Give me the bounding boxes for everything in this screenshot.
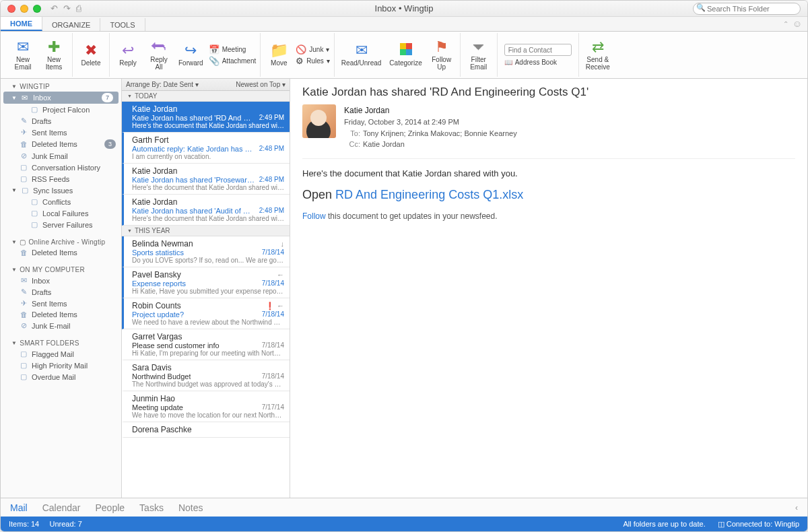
arrange-by[interactable]: Arrange By: Date Sent: [126, 81, 193, 88]
folder-conversation-history[interactable]: ▢Conversation History: [1, 162, 121, 173]
folder-search-input[interactable]: [693, 3, 801, 15]
message-item[interactable]: Junmin Hao Meeting update7/17/14 We have…: [122, 391, 290, 422]
filter-icon: ⏷: [471, 40, 486, 55]
message-subject: Automatic reply: Katie Jordan has shared…: [132, 145, 255, 153]
sort-order[interactable]: Newest on Top: [236, 81, 280, 88]
reply-button[interactable]: ↩Reply: [114, 42, 142, 68]
sender-name: Katie Jordan: [344, 104, 517, 117]
nav-calendar[interactable]: Calendar: [42, 502, 81, 513]
junk-button[interactable]: 🚫Junk ▾: [296, 44, 330, 55]
trash-icon: 🗑: [20, 310, 28, 319]
message-indicator-icon: ❗ ←: [265, 302, 284, 310]
categorize-button[interactable]: Categorize: [386, 42, 424, 68]
feedback-icon[interactable]: ☺: [793, 18, 802, 29]
nav-people[interactable]: People: [96, 502, 125, 513]
junk-icon: 🚫: [296, 44, 306, 55]
attachment-button[interactable]: 📎Attachment: [209, 56, 257, 66]
move-button[interactable]: 📁Move: [265, 42, 293, 68]
folder-omc-inbox[interactable]: ✉Inbox: [1, 275, 121, 286]
folder-omc-junk[interactable]: ⊘Junk E-mail: [1, 320, 121, 331]
folder-omc-deleted[interactable]: 🗑Deleted Items: [1, 309, 121, 320]
close-window-button[interactable]: [7, 5, 15, 13]
nav-expand-icon[interactable]: ‹: [795, 503, 798, 512]
nav-notes[interactable]: Notes: [178, 502, 203, 513]
new-items-button[interactable]: ✚New Items: [40, 38, 68, 72]
message-time: 7/18/14: [258, 279, 284, 288]
forward-button[interactable]: ↪Forward: [176, 42, 206, 68]
message-item[interactable]: Garret Vargas Please send customer info7…: [122, 329, 290, 360]
arrange-bar[interactable]: Arrange By: Date Sent▾ Newest on Top ▾: [122, 79, 290, 91]
message-item[interactable]: Katie Jordan Katie Jordan has shared 'RD…: [122, 102, 290, 133]
trash-icon: 🗑: [20, 248, 28, 257]
folder-archive-deleted[interactable]: 🗑Deleted Items: [1, 247, 121, 258]
folder-rss[interactable]: ▢RSS Feeds: [1, 173, 121, 185]
online-archive-header[interactable]: ▼▢Online Archive - Wingtip: [1, 236, 121, 247]
folder-icon: ▢: [30, 209, 38, 218]
smart-folders-header[interactable]: ▼SMART FOLDERS: [1, 337, 121, 348]
message-sender: Robin Counts: [132, 301, 181, 310]
follow-link[interactable]: Follow: [302, 211, 326, 221]
address-book-button[interactable]: 📖Address Book: [504, 59, 572, 66]
nav-tasks[interactable]: Tasks: [139, 502, 164, 513]
message-item[interactable]: Garth Fort Automatic reply: Katie Jordan…: [122, 133, 290, 164]
reply-all-button[interactable]: ⮪Reply All: [145, 38, 173, 72]
folder-sync-issues[interactable]: ▼▢Sync Issues: [1, 185, 121, 196]
folder-local-failures[interactable]: ▢Local Failures: [1, 207, 121, 219]
message-time: 7/18/14: [258, 372, 284, 380]
folder-junk[interactable]: ⊘Junk Email: [1, 150, 121, 162]
folder-project-falcon[interactable]: ▢Project Falcon: [1, 104, 121, 115]
message-time: 7/18/14: [258, 248, 284, 257]
redo-icon[interactable]: ↷: [63, 3, 71, 13]
message-item[interactable]: Katie Jordan Katie Jordan has shared 'Pr…: [122, 164, 290, 195]
folder-conflicts[interactable]: ▢Conflicts: [1, 196, 121, 207]
folder-overdue-mail[interactable]: ▢Overdue Mail: [1, 371, 121, 383]
folder-sent[interactable]: ✈Sent Items: [1, 127, 121, 138]
zoom-window-button[interactable]: [33, 5, 41, 13]
send-receive-button[interactable]: ⇄Send & Receive: [583, 38, 613, 72]
message-item[interactable]: Katie Jordan Katie Jordan has shared 'Au…: [122, 195, 290, 226]
message-item[interactable]: Sara Davis Northwind Budget7/18/14 The N…: [122, 360, 290, 391]
message-item[interactable]: Pavel Bansky Expense reports7/18/14 Hi K…: [122, 267, 290, 298]
folder-high-priority[interactable]: ▢High Priority Mail: [1, 360, 121, 371]
message-subject: Meeting update: [132, 403, 183, 411]
message-item[interactable]: Dorena Paschke: [122, 422, 290, 438]
collapse-ribbon-icon[interactable]: ⌃: [783, 20, 788, 28]
chevron-down-icon: ▾: [282, 81, 285, 88]
tab-organize[interactable]: ORGANIZE: [42, 18, 100, 31]
sender-avatar[interactable]: [302, 104, 336, 138]
folder-server-failures[interactable]: ▢Server Failures: [1, 219, 121, 230]
group-header-today[interactable]: ▼TODAY: [122, 91, 290, 102]
folder-icon: ▢: [21, 186, 29, 195]
print-icon[interactable]: ⎙: [76, 3, 81, 13]
message-item[interactable]: Robin Counts Project update?7/18/14 We n…: [122, 298, 290, 329]
chevron-down-icon: ▾: [195, 81, 199, 88]
folder-drafts[interactable]: ✎Drafts: [1, 115, 121, 127]
document-link[interactable]: RD And Engineering Costs Q1.xlsx: [335, 188, 523, 201]
rules-button[interactable]: ⚙Rules ▾: [296, 56, 330, 66]
folder-flagged-mail[interactable]: ▢Flagged Mail: [1, 348, 121, 360]
new-email-button[interactable]: ✉︎New Email: [9, 38, 37, 72]
group-header-this-year[interactable]: ▼THIS YEAR: [122, 226, 290, 236]
cc-label: Cc:: [344, 139, 360, 150]
folder-omc-drafts[interactable]: ✎Drafts: [1, 286, 121, 298]
search-icon: 🔍: [696, 3, 706, 12]
rules-icon: ⚙: [296, 56, 304, 66]
folder-omc-sent[interactable]: ✈Sent Items: [1, 298, 121, 309]
nav-mail[interactable]: Mail: [10, 502, 28, 513]
find-contact-input[interactable]: [504, 44, 572, 56]
folder-deleted[interactable]: 🗑Deleted Items3: [1, 138, 121, 150]
message-item[interactable]: Belinda Newman Sports statistics7/18/14 …: [122, 236, 290, 267]
follow-up-button[interactable]: ⚑Follow Up: [428, 38, 456, 72]
read-unread-button[interactable]: ✉Read/Unread: [339, 42, 384, 68]
delete-button[interactable]: ✖Delete: [77, 42, 105, 68]
minimize-window-button[interactable]: [20, 5, 28, 13]
account-header-wingtip[interactable]: ▼WINGTIP: [1, 80, 121, 92]
on-my-computer-header[interactable]: ▼ON MY COMPUTER: [1, 263, 121, 275]
tab-home[interactable]: HOME: [1, 17, 42, 31]
folder-sidebar: ▼WINGTIP ▼✉Inbox7 ▢Project Falcon ✎Draft…: [1, 79, 122, 498]
folder-inbox[interactable]: ▼✉Inbox7: [3, 92, 119, 104]
meeting-button[interactable]: 📅Meeting: [209, 44, 257, 55]
filter-email-button[interactable]: ⏷Filter Email: [465, 38, 493, 72]
undo-icon[interactable]: ↶: [50, 3, 58, 13]
tab-tools[interactable]: TOOLS: [100, 18, 145, 31]
